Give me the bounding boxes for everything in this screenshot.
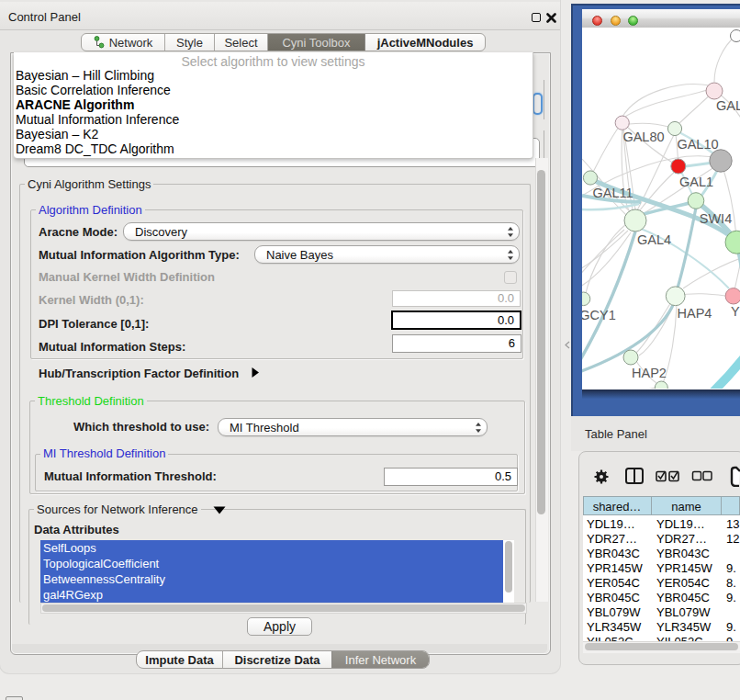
svg-text:HAP4: HAP4 [678,306,712,321]
svg-text:HAP2: HAP2 [632,366,667,380]
svg-text:Y: Y [731,304,740,319]
svg-text:GAL10: GAL10 [677,137,718,152]
svg-text:GAL1: GAL1 [679,175,713,189]
svg-text:GAL80: GAL80 [622,130,664,144]
svg-text:GAL4: GAL4 [637,232,671,247]
svg-text:GAL11: GAL11 [592,186,633,200]
svg-text:SWI4: SWI4 [700,211,732,226]
svg-text:GCY1: GCY1 [582,308,616,322]
svg-text:GAL7: GAL7 [716,98,740,113]
